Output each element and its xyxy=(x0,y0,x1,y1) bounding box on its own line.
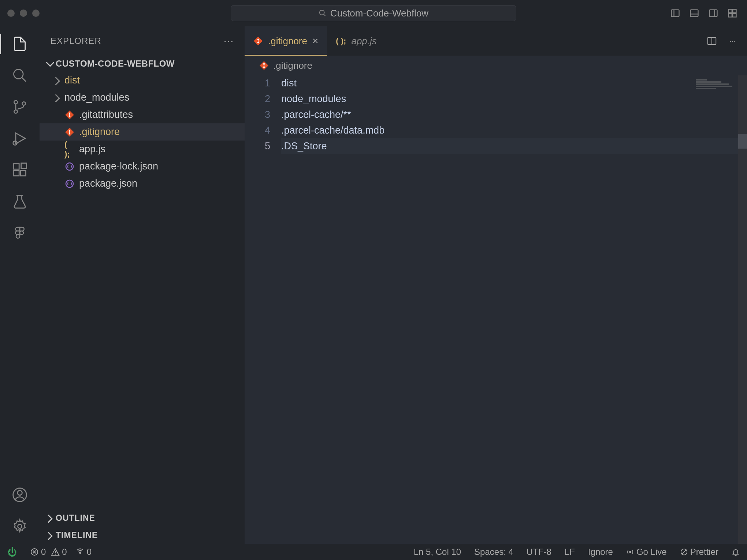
maximize-window-button[interactable] xyxy=(32,10,40,17)
editor-content[interactable]: 1 2 3 4 5 dist node_modules .parcel-cach… xyxy=(245,75,747,544)
svg-point-15 xyxy=(14,110,17,113)
line-number: 1 xyxy=(245,75,270,91)
svg-point-16 xyxy=(22,102,25,105)
source-control-activity[interactable] xyxy=(10,97,30,117)
timeline-section[interactable]: TIMELINE xyxy=(40,527,245,544)
svg-rect-21 xyxy=(21,171,26,176)
svg-rect-20 xyxy=(14,171,19,176)
notifications-button[interactable] xyxy=(732,548,740,556)
testing-activity[interactable] xyxy=(10,191,30,212)
svg-point-50 xyxy=(629,551,631,553)
beaker-icon xyxy=(12,193,28,209)
tree-item-label: .gitignore xyxy=(79,126,120,138)
git-file-icon xyxy=(64,110,75,120)
tree-item-label: package.json xyxy=(79,178,137,189)
explorer-header: EXPLORER ⋯ xyxy=(40,26,245,56)
tab-close-button[interactable]: × xyxy=(312,35,318,47)
git-file-icon xyxy=(253,36,263,46)
close-window-button[interactable] xyxy=(7,10,15,17)
explorer-activity[interactable] xyxy=(10,34,30,54)
customize-layout-button[interactable] xyxy=(725,6,740,20)
svg-point-14 xyxy=(14,101,17,104)
line-number: 4 xyxy=(245,123,270,138)
git-file-icon xyxy=(259,61,269,70)
ports-status[interactable]: 0 xyxy=(76,547,92,557)
language-mode[interactable]: Ignore xyxy=(588,547,613,557)
search-icon xyxy=(319,9,327,17)
svg-rect-9 xyxy=(733,10,736,13)
accounts-activity[interactable] xyxy=(10,485,30,505)
tree-file-gitignore[interactable]: .gitignore xyxy=(40,123,245,141)
eol-status[interactable]: LF xyxy=(565,547,575,557)
tree-file-package-lock[interactable]: package-lock.json xyxy=(40,158,245,175)
file-tree: dist node_modules .gitattributes .gitign… xyxy=(40,72,245,509)
tree-item-label: app.js xyxy=(79,143,105,155)
tree-file-gitattributes[interactable]: .gitattributes xyxy=(40,106,245,123)
breadcrumb-file: .gitignore xyxy=(273,60,312,71)
tree-item-label: package-lock.json xyxy=(79,161,158,172)
run-debug-activity[interactable] xyxy=(10,128,30,149)
svg-rect-4 xyxy=(691,10,698,17)
minimap[interactable] xyxy=(696,79,740,94)
svg-rect-11 xyxy=(733,14,736,17)
warning-count: 0 xyxy=(62,547,67,557)
json-file-icon xyxy=(64,179,75,189)
svg-rect-6 xyxy=(710,10,717,17)
problems-status[interactable]: 0 0 xyxy=(30,547,67,557)
bell-icon xyxy=(732,548,740,556)
line-number: 2 xyxy=(245,91,270,107)
tree-folder-node-modules[interactable]: node_modules xyxy=(40,89,245,106)
toggle-primary-sidebar-button[interactable] xyxy=(668,6,683,20)
tab-bar: .gitignore × ( ); app.js ⋯ xyxy=(245,26,747,56)
tree-file-app-js[interactable]: ( ); app.js xyxy=(40,141,245,158)
tab-app-js[interactable]: ( ); app.js xyxy=(327,26,385,56)
figma-activity[interactable] xyxy=(10,223,30,243)
status-bar: ⏻ 0 0 0 Ln 5, Col 10 Spaces: 4 UTF-8 LF … xyxy=(0,544,747,560)
svg-rect-19 xyxy=(14,164,19,169)
code-line: .parcel-cache/data.mdb xyxy=(281,123,747,138)
go-live-button[interactable]: Go Live xyxy=(626,547,667,557)
chevron-right-icon xyxy=(52,94,60,102)
vertical-scrollbar[interactable] xyxy=(738,75,747,544)
tab-label: app.js xyxy=(351,36,376,47)
code-line: .DS_Store xyxy=(281,138,747,154)
indentation-status[interactable]: Spaces: 4 xyxy=(474,547,513,557)
chevron-right-icon xyxy=(52,77,60,85)
toggle-secondary-sidebar-button[interactable] xyxy=(706,6,721,20)
svg-point-35 xyxy=(66,180,73,187)
remote-indicator[interactable]: ⏻ xyxy=(7,546,17,558)
git-branch-icon xyxy=(12,99,28,115)
toggle-panel-button[interactable] xyxy=(687,6,702,20)
prettier-status[interactable]: Prettier xyxy=(680,547,718,557)
svg-line-52 xyxy=(681,550,686,555)
explorer-more-button[interactable]: ⋯ xyxy=(223,35,234,47)
activity-bar xyxy=(0,26,40,544)
tree-file-package-json[interactable]: package.json xyxy=(40,175,245,192)
tab-gitignore[interactable]: .gitignore × xyxy=(245,26,327,56)
line-gutter: 1 2 3 4 5 xyxy=(245,75,281,544)
explorer-sidebar: EXPLORER ⋯ CUSTOM-CODE-WEBFLOW dist node… xyxy=(40,26,245,544)
svg-rect-10 xyxy=(729,14,732,17)
tree-folder-dist[interactable]: dist xyxy=(40,72,245,89)
extensions-activity[interactable] xyxy=(10,160,30,180)
code-lines[interactable]: dist node_modules .parcel-cache/** .parc… xyxy=(281,75,747,544)
gear-icon xyxy=(12,518,28,534)
warning-icon xyxy=(51,548,60,556)
js-file-icon: ( ); xyxy=(336,36,346,46)
breadcrumb[interactable]: .gitignore xyxy=(245,56,747,75)
settings-activity[interactable] xyxy=(10,516,30,537)
tree-item-label: .gitattributes xyxy=(79,109,133,120)
split-editor-button[interactable] xyxy=(705,34,719,48)
outline-section[interactable]: OUTLINE xyxy=(40,509,245,527)
svg-rect-8 xyxy=(729,10,732,13)
editor-more-button[interactable]: ⋯ xyxy=(725,34,740,48)
command-center-search[interactable]: Custom-Code-Webflow xyxy=(231,5,516,21)
encoding-status[interactable]: UTF-8 xyxy=(527,547,551,557)
minimize-window-button[interactable] xyxy=(20,10,27,17)
chevron-right-icon xyxy=(44,532,53,540)
svg-point-48 xyxy=(55,554,56,555)
cursor-position[interactable]: Ln 5, Col 10 xyxy=(414,547,461,557)
workspace-folder-name: CUSTOM-CODE-WEBFLOW xyxy=(56,59,175,69)
search-activity[interactable] xyxy=(10,65,30,86)
workspace-folder-header[interactable]: CUSTOM-CODE-WEBFLOW xyxy=(40,56,245,72)
